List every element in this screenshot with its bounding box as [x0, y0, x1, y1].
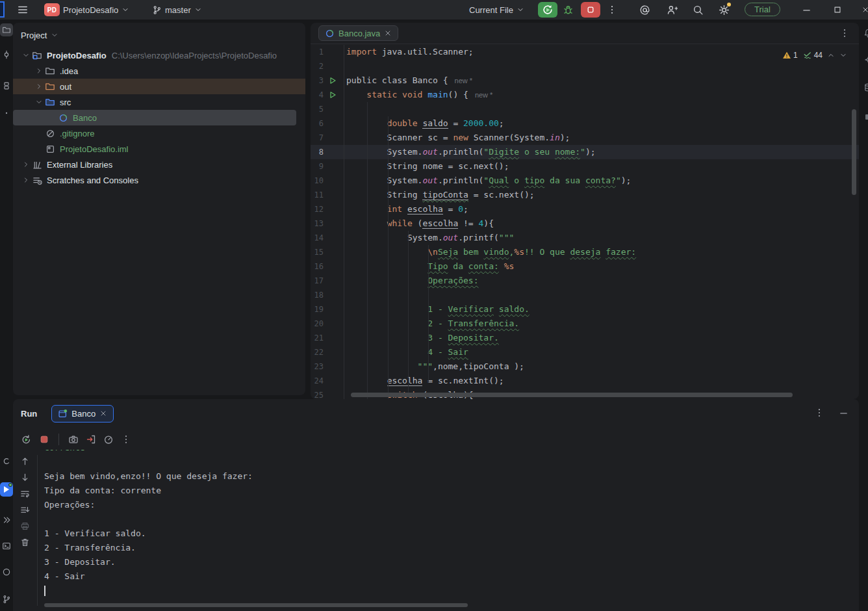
kebab-icon[interactable] — [121, 434, 131, 445]
run-options-kebab-icon[interactable] — [814, 408, 824, 418]
code-line-6[interactable]: 6 double saldo = 2000.00; — [311, 116, 859, 131]
more-icon[interactable] — [0, 107, 13, 120]
commit-icon[interactable] — [0, 48, 13, 61]
console-output[interactable]: corrente Seja bem vindo,enzo!! O que des… — [44, 450, 841, 607]
editor-options-kebab-icon[interactable] — [839, 28, 850, 38]
previous-problem-icon[interactable] — [827, 51, 835, 59]
code-line-16[interactable]: 16 Tipo da conta: %s — [311, 259, 859, 274]
problems-icon[interactable] — [0, 566, 13, 578]
code-line-11[interactable]: 11 String tipoConta = sc.next(); — [311, 188, 859, 202]
tree-item-external-libraries[interactable]: External Libraries — [13, 157, 305, 172]
code-with-me-button[interactable] — [667, 0, 678, 20]
maximize-button[interactable] — [833, 0, 842, 20]
hide-panel-icon[interactable] — [839, 408, 849, 418]
run-tab-banco[interactable]: Banco — [51, 405, 114, 422]
code-line-10[interactable]: 10 System.out.println("Qual o tipo da su… — [311, 174, 859, 188]
code-line-18[interactable]: 18 — [311, 288, 859, 302]
code-editor[interactable]: 1import java.util.Scanner;23public class… — [311, 45, 859, 399]
services-icon[interactable] — [0, 514, 13, 526]
code-line-8[interactable]: 8 System.out.println("Digite o seu nome:… — [311, 145, 859, 159]
code-line-2[interactable]: 2 — [311, 59, 859, 73]
ai-assistant-button[interactable] — [639, 0, 650, 20]
code-line-1[interactable]: 1import java.util.Scanner; — [311, 45, 859, 59]
scroll-end-icon[interactable] — [20, 505, 30, 515]
close-button[interactable] — [862, 0, 868, 20]
tree-item-projetodesafio[interactable]: ProjetoDesafioC:\Users\enzop\IdeaProject… — [13, 47, 305, 63]
print-icon[interactable] — [20, 521, 30, 531]
tree-item-projetodesafio-iml[interactable]: ProjetoDesafio.iml — [13, 141, 305, 157]
run-more-actions-button[interactable] — [607, 0, 617, 20]
trash-icon[interactable] — [20, 538, 30, 547]
warnings-count[interactable]: 1 — [782, 51, 798, 60]
trial-badge[interactable]: Trial — [745, 3, 780, 16]
arrow-up-icon[interactable] — [20, 456, 30, 466]
code-line-4[interactable]: 4 static void main() {new * — [311, 88, 859, 102]
chevron-down-icon[interactable] — [21, 51, 31, 59]
close-tab-icon[interactable] — [384, 29, 392, 37]
stop-button[interactable] — [581, 2, 600, 18]
project-widget[interactable]: PD ProjetoDesafio — [44, 0, 129, 20]
run-gutter-icon[interactable] — [324, 88, 344, 102]
editor-tab-banco-java[interactable]: Banco.java — [318, 25, 398, 41]
chevron-right-icon[interactable] — [34, 67, 44, 75]
debug-button[interactable] — [563, 0, 574, 20]
handle-icon[interactable] — [862, 110, 868, 124]
code-line-22[interactable]: 22 4 - Sair — [311, 345, 859, 359]
tree-item-out[interactable]: out — [13, 79, 305, 94]
main-menu-button[interactable] — [17, 0, 29, 20]
gauge-icon[interactable] — [103, 434, 114, 445]
exit-icon[interactable] — [86, 434, 96, 445]
soft-wrap-icon[interactable] — [20, 489, 30, 499]
code-line-14[interactable]: 14 System.out.printf(""" — [311, 231, 859, 245]
console-horizontal-scrollbar[interactable] — [44, 603, 468, 607]
git-icon[interactable] — [0, 593, 13, 606]
structure-icon[interactable] — [0, 79, 13, 92]
chevron-right-icon[interactable] — [21, 161, 31, 168]
next-problem-icon[interactable] — [839, 51, 847, 59]
chevron-right-icon[interactable] — [34, 83, 44, 90]
code-line-21[interactable]: 21 3 - Depositar. — [311, 331, 859, 345]
arrow-down-icon[interactable] — [20, 473, 30, 482]
chevron-right-icon[interactable] — [21, 176, 31, 184]
code-line-12[interactable]: 12 int escolha = 0; — [311, 202, 859, 216]
run-tool-window-icon[interactable] — [0, 482, 13, 497]
code-line-17[interactable]: 17 Operações: — [311, 274, 859, 288]
code-line-23[interactable]: 23 """,nome,tipoConta ); — [311, 359, 859, 374]
code-line-20[interactable]: 20 2 - Transferência. — [311, 317, 859, 331]
project-panel-header[interactable]: Project — [13, 23, 305, 47]
run-button[interactable] — [538, 2, 557, 18]
minimize-button[interactable] — [802, 0, 811, 20]
code-line-9[interactable]: 9 String nome = sc.next(); — [311, 159, 859, 174]
code-line-7[interactable]: 7 Scanner sc = new Scanner(System.in); — [311, 131, 859, 145]
code-line-19[interactable]: 19 1 - Verificar saldo. — [311, 302, 859, 317]
camera-icon[interactable] — [68, 434, 79, 445]
database-icon[interactable] — [862, 81, 868, 94]
chevron-down-icon[interactable] — [34, 98, 44, 106]
inspections-widget[interactable]: 1 44 — [782, 50, 847, 60]
project-tool-icon[interactable] — [0, 23, 13, 36]
sparkle-icon[interactable] — [862, 53, 868, 66]
tree-item-src[interactable]: src — [13, 94, 305, 110]
code-line-13[interactable]: 13 while (escolha != 4){ — [311, 216, 859, 231]
rerun-icon[interactable] — [21, 434, 32, 445]
settings-button[interactable] — [719, 0, 730, 20]
vcs-branch-widget[interactable]: master — [152, 0, 202, 20]
tree-item-banco[interactable]: Banco — [13, 110, 296, 125]
code-line-15[interactable]: 15 \nSeja bem vindo,%s!! O que deseja fa… — [311, 245, 859, 259]
search-everywhere-button[interactable] — [693, 0, 704, 20]
bell-icon[interactable] — [862, 26, 868, 39]
passed-inspections-count[interactable]: 44 — [802, 50, 823, 60]
editor-vertical-scrollbar[interactable] — [852, 109, 856, 195]
tree-item-scratches-and-consoles[interactable]: Scratches and Consoles — [13, 172, 305, 188]
code-line-24[interactable]: 24 escolha = sc.nextInt(); — [311, 374, 859, 388]
ai-assistant-icon[interactable] — [0, 455, 13, 468]
tree-item--gitignore[interactable]: .gitignore — [13, 125, 305, 141]
editor-horizontal-scrollbar[interactable] — [351, 393, 793, 397]
stop-icon[interactable] — [39, 434, 49, 445]
run-configuration-selector[interactable]: Current File — [469, 0, 524, 20]
tree-item--idea[interactable]: .idea — [13, 63, 305, 79]
terminal-icon[interactable] — [0, 540, 13, 552]
close-tab-icon[interactable] — [99, 410, 107, 417]
code-line-5[interactable]: 5 — [311, 102, 859, 116]
run-gutter-icon[interactable] — [324, 73, 344, 88]
